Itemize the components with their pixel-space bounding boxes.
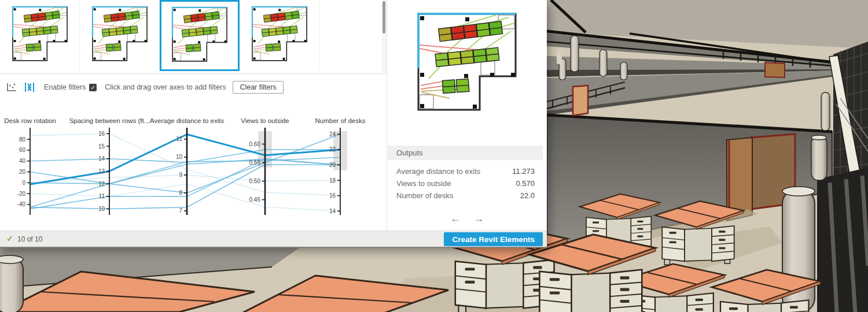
svg-text:11: 11 [176, 136, 183, 142]
outputs-header: Outputs [388, 146, 543, 160]
svg-text:8: 8 [179, 190, 182, 196]
svg-text:Number of desks: Number of desks [315, 117, 366, 124]
filter-toolbar: Enable filters ✓ Click and drag over axe… [0, 79, 387, 96]
output-label: Number of desks [396, 190, 453, 202]
svg-text:40: 40 [19, 158, 26, 164]
output-label: Views to outside [396, 177, 451, 190]
svg-text:16: 16 [329, 192, 336, 199]
thumbnail-scrollbar[interactable] [382, 0, 386, 73]
svg-text:7: 7 [179, 207, 182, 214]
output-label: Average distance to exits [396, 165, 480, 177]
explore-pane: Enable filters ✓ Click and drag over axe… [0, 0, 387, 230]
output-value: 22.0 [520, 190, 535, 202]
enable-filters-checkbox[interactable]: ✓ [89, 84, 97, 91]
svg-text:22: 22 [329, 146, 336, 153]
svg-text:0.55: 0.55 [249, 159, 261, 166]
output-row: Number of desks 22.0 [388, 190, 543, 202]
svg-text:-20: -20 [17, 191, 26, 197]
design-option-thumbnail-2[interactable] [80, 0, 160, 71]
svg-text:80: 80 [19, 136, 26, 143]
output-row: Average distance to exits 11.273 [388, 165, 543, 177]
parallel-coordinates-icon[interactable] [23, 81, 36, 93]
svg-text:0.50: 0.50 [249, 178, 261, 184]
svg-text:18: 18 [329, 177, 336, 184]
svg-text:15: 15 [98, 143, 105, 150]
svg-text:14: 14 [329, 208, 336, 214]
output-value: 11.273 [512, 165, 535, 177]
floor-plan-image [87, 2, 152, 66]
selected-option-preview[interactable] [409, 5, 525, 123]
svg-text:14: 14 [98, 155, 105, 162]
svg-text:10: 10 [176, 154, 183, 160]
panel-footer: ✓ 10 of 10 Create Revit Elements [0, 231, 547, 247]
svg-text:12: 12 [98, 181, 105, 187]
design-option-thumbnail-4[interactable] [240, 0, 319, 71]
enable-filters-label: Enable filters [44, 83, 86, 91]
parallel-coordinates-chart[interactable]: 806040200-20-40Desk row rotation16151413… [0, 107, 387, 230]
svg-text:0: 0 [22, 180, 25, 186]
drag-hint-label: Click and drag over axes to add filters [105, 83, 226, 91]
svg-text:11: 11 [99, 193, 105, 199]
scatter-plot-icon[interactable] [5, 81, 18, 93]
svg-text:Views to outside: Views to outside [241, 117, 289, 124]
option-pager: ← → [387, 213, 547, 225]
svg-text:9: 9 [179, 172, 182, 178]
svg-text:13: 13 [98, 168, 105, 174]
floor-plan-image-large [409, 5, 525, 120]
design-option-thumbnail-1[interactable] [0, 0, 80, 71]
scrollbar-thumb[interactable] [382, 1, 385, 34]
svg-text:Average distance to exits: Average distance to exits [150, 117, 225, 124]
output-value: 0.570 [516, 177, 535, 190]
svg-text:10: 10 [98, 206, 105, 212]
generative-design-results-panel: Enable filters ✓ Click and drag over axe… [0, 0, 547, 248]
floor-plan-image [247, 2, 312, 66]
svg-text:24: 24 [329, 131, 336, 138]
create-revit-elements-button[interactable]: Create Revit Elements [444, 232, 543, 246]
clear-filters-button[interactable]: Clear filters [233, 81, 283, 94]
svg-text:-40: -40 [17, 201, 26, 207]
svg-text:Spacing between rows (ft...: Spacing between rows (ft... [69, 117, 150, 124]
next-option-button[interactable]: → [473, 213, 484, 224]
output-row: Views to outside 0.570 [388, 177, 543, 190]
svg-text:Desk row rotation: Desk row rotation [4, 117, 56, 124]
design-options-strip [0, 0, 387, 74]
check-icon: ✓ [6, 234, 13, 243]
previous-option-button[interactable]: ← [450, 213, 461, 224]
shown-count-label: 10 of 10 [17, 235, 42, 243]
svg-text:0.60: 0.60 [249, 141, 261, 147]
svg-text:0.45: 0.45 [249, 196, 261, 203]
thumbnail-strip-filler [319, 0, 387, 73]
floor-plan-image [8, 2, 72, 66]
floor-plan-image [167, 2, 232, 67]
svg-text:60: 60 [19, 147, 26, 153]
svg-text:16: 16 [98, 131, 105, 137]
svg-text:20: 20 [329, 162, 336, 168]
svg-text:20: 20 [19, 169, 26, 175]
selected-option-pane: Outputs Average distance to exits 11.273… [387, 0, 547, 231]
design-option-thumbnail-3[interactable] [160, 0, 240, 71]
